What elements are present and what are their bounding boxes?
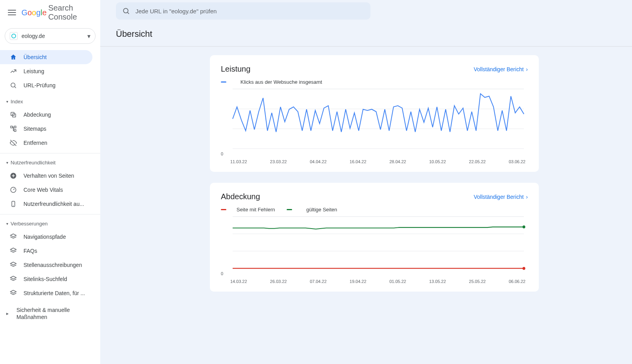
- layers-icon: [9, 261, 17, 269]
- chevron-down-icon: ▾: [6, 222, 8, 226]
- sidebar-item-url-inspect[interactable]: URL-Prüfung: [0, 78, 92, 92]
- sidebar-item-sitelinks[interactable]: Sitelinks-Suchfeld: [0, 272, 92, 286]
- section-header-index[interactable]: ▾Index: [0, 96, 100, 108]
- sidebar-item-remove[interactable]: Entfernen: [0, 136, 92, 150]
- x-tick: 04.04.22: [310, 159, 327, 164]
- sidebar-item-page-behavior[interactable]: Verhalten von Seiten: [0, 169, 92, 183]
- x-tick: 13.05.22: [429, 279, 446, 284]
- layers-icon: [9, 275, 17, 283]
- section-title: Index: [11, 99, 23, 105]
- performance-legend-item: Klicks aus der Websuche insgesamt: [221, 79, 322, 85]
- home-icon: [9, 53, 17, 61]
- sidebar-item-label: URL-Prüfung: [23, 82, 56, 88]
- svg-rect-6: [14, 130, 16, 132]
- sidebar-item-label: Verhalten von Seiten: [23, 173, 74, 179]
- x-tick: 03.06.22: [509, 159, 525, 164]
- chevron-right-icon: ▸: [6, 311, 9, 316]
- sidebar-item-label: Übersicht: [23, 54, 47, 60]
- performance-full-report-link[interactable]: Vollständiger Bericht ›: [474, 66, 528, 72]
- sidebar: Google Search Console eology.de ▾ Übersi…: [0, 0, 100, 364]
- sidebar-item-label: Abdeckung: [23, 112, 51, 118]
- sidebar-item-performance[interactable]: Leistung: [0, 64, 92, 78]
- legend-swatch-blue: [221, 81, 226, 83]
- coverage-legend-valid: gültige Seiten: [287, 207, 337, 213]
- coverage-legend-error-label: Seite mit Fehlern: [237, 207, 275, 213]
- coverage-x-axis: 14.03.2226.03.2207.04.2219.04.2201.05.22…: [221, 277, 528, 284]
- performance-card: Leistung Vollständiger Bericht › Klicks …: [210, 55, 539, 172]
- copy-icon: [9, 111, 17, 119]
- coverage-chart: [221, 214, 528, 277]
- eye-off-icon: [9, 139, 17, 147]
- url-inspection-searchbar[interactable]: [116, 2, 370, 20]
- chevron-right-icon: ›: [526, 194, 528, 200]
- legend-swatch-green: [287, 209, 292, 210]
- full-report-label: Vollständiger Bericht: [474, 66, 524, 72]
- sidebar-item-breadcrumbs[interactable]: Navigationspfade: [0, 230, 92, 244]
- chevron-down-icon: ▾: [87, 32, 90, 40]
- hamburger-menu-button[interactable]: [8, 8, 16, 17]
- sidebar-item-sitemaps[interactable]: Sitemaps: [0, 122, 92, 136]
- x-tick: 26.03.22: [270, 279, 287, 284]
- sidebar-item-cwv[interactable]: Core Web Vitals: [0, 183, 92, 197]
- svg-point-28: [522, 225, 525, 228]
- coverage-card: Abdeckung Vollständiger Bericht › Seite …: [210, 183, 539, 292]
- chevron-down-icon: ▾: [6, 99, 8, 104]
- plus-circle-icon: [9, 172, 17, 180]
- performance-card-title: Leistung: [221, 65, 251, 74]
- x-tick: 25.05.22: [469, 279, 486, 284]
- coverage-legend-error: Seite mit Fehlern: [221, 207, 275, 213]
- layers-icon: [9, 233, 17, 241]
- svg-rect-5: [14, 126, 16, 128]
- svg-point-17: [123, 8, 128, 13]
- section-title: Verbesserungen: [11, 221, 48, 227]
- coverage-legend-valid-label: gültige Seiten: [306, 207, 337, 213]
- coverage-full-report-link[interactable]: Vollständiger Bericht ›: [474, 194, 528, 200]
- sidebar-item-label: Sitemaps: [23, 126, 46, 132]
- svg-line-18: [128, 13, 129, 14]
- trend-icon: [9, 67, 17, 75]
- sidebar-item-structured[interactable]: Strukturierte Daten, für ...: [0, 286, 92, 300]
- layers-icon: [9, 289, 17, 297]
- layers-icon: [9, 247, 17, 255]
- sidebar-item-label: Strukturierte Daten, für ...: [23, 290, 85, 296]
- sidebar-item-label: Entfernen: [23, 140, 47, 146]
- x-tick: 01.05.22: [389, 279, 406, 284]
- svg-marker-13: [11, 248, 16, 251]
- x-tick: 23.03.22: [270, 159, 287, 164]
- x-tick: 16.04.22: [350, 159, 367, 164]
- x-tick: 14.03.22: [230, 279, 247, 284]
- svg-point-27: [522, 267, 525, 270]
- x-tick: 22.05.22: [469, 159, 486, 164]
- sidebar-item-overview[interactable]: Übersicht: [0, 50, 92, 64]
- coverage-card-title: Abdeckung: [221, 192, 260, 201]
- sidebar-item-jobs[interactable]: Stellenausschreibungen: [0, 258, 92, 272]
- google-search-console-logo: Google Search Console: [22, 4, 92, 22]
- tree-icon: [9, 125, 17, 133]
- x-tick: 11.03.22: [230, 159, 247, 164]
- full-report-label: Vollständiger Bericht: [474, 194, 524, 200]
- sidebar-item-label: Core Web Vitals: [23, 187, 63, 193]
- property-favicon: [10, 32, 18, 40]
- sidebar-item-security[interactable]: ▸ Sicherheit & manuelle Maßnahmen: [0, 303, 92, 324]
- svg-marker-16: [11, 290, 16, 294]
- chevron-right-icon: ›: [526, 66, 528, 72]
- sidebar-item-label: Navigationspfade: [23, 234, 66, 240]
- x-tick: 07.04.22: [310, 279, 327, 284]
- search-icon: [122, 7, 130, 15]
- sidebar-item-label: Leistung: [23, 68, 44, 74]
- sidebar-item-faq[interactable]: FAQs: [0, 244, 92, 258]
- logo-text: Search Console: [48, 4, 92, 22]
- svg-rect-4: [11, 126, 13, 128]
- sidebar-item-coverage[interactable]: Abdeckung: [0, 108, 92, 122]
- x-tick: 19.04.22: [350, 279, 367, 284]
- section-header-nutzerfreundlichkeit[interactable]: ▾Nutzerfreundlichkeit: [0, 157, 100, 169]
- sidebar-item-label: Sitelinks-Suchfeld: [23, 276, 67, 282]
- performance-legend-label: Klicks aus der Websuche insgesamt: [240, 79, 322, 85]
- svg-point-0: [11, 83, 15, 87]
- url-inspection-input[interactable]: [135, 8, 364, 14]
- sidebar-item-mobile[interactable]: Nutzerfreundlichkeit au...: [0, 197, 92, 211]
- sidebar-item-label: FAQs: [23, 248, 37, 254]
- section-header-verbesserungen[interactable]: ▾Verbesserungen: [0, 218, 100, 230]
- performance-y-zero: 0: [221, 151, 223, 156]
- property-selector[interactable]: eology.de ▾: [5, 28, 96, 44]
